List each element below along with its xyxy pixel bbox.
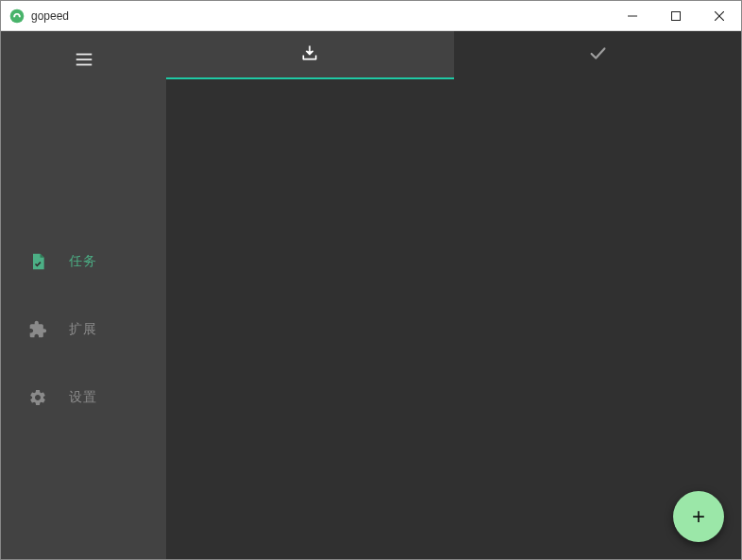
sidebar-item-label: 设置: [69, 389, 97, 406]
app-body: 任务 扩展 设置: [1, 31, 741, 559]
download-icon: [300, 43, 319, 66]
sidebar-item-extensions[interactable]: 扩展: [1, 296, 166, 364]
svg-marker-9: [306, 51, 313, 55]
app-logo-icon: [8, 8, 25, 25]
task-list-empty: [166, 78, 741, 559]
sidebar-item-label: 扩展: [69, 321, 97, 338]
sidebar-item-tasks[interactable]: 任务: [1, 228, 166, 296]
check-icon: [587, 42, 608, 67]
minimize-button[interactable]: [611, 1, 654, 31]
tab-downloading[interactable]: [166, 31, 454, 78]
sidebar-item-label: 任务: [69, 253, 97, 270]
svg-point-0: [10, 8, 25, 23]
window-title: gopeed: [31, 9, 69, 23]
plus-icon: +: [692, 505, 705, 528]
sidebar: 任务 扩展 设置: [1, 31, 166, 559]
gear-icon: [27, 387, 48, 408]
sidebar-item-settings[interactable]: 设置: [1, 364, 166, 432]
main-panel: +: [166, 31, 741, 559]
svg-rect-2: [672, 11, 681, 20]
tasks-icon: [27, 251, 48, 272]
extensions-icon: [27, 319, 48, 340]
menu-toggle-button[interactable]: [65, 41, 103, 78]
titlebar: gopeed: [1, 1, 741, 31]
maximize-button[interactable]: [654, 1, 698, 31]
add-task-button[interactable]: +: [673, 491, 724, 542]
close-button[interactable]: [698, 1, 741, 31]
tab-completed[interactable]: [454, 31, 742, 78]
tabs: [166, 31, 741, 78]
